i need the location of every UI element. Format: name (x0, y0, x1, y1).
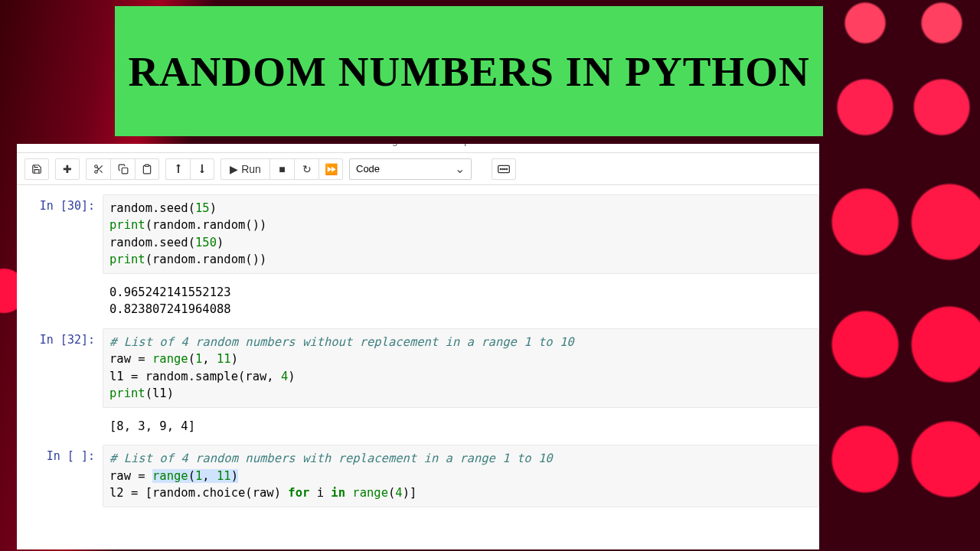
input-prompt: In [32]: (17, 328, 103, 408)
code-cell[interactable]: In [32]: # List of 4 random numbers with… (17, 328, 819, 408)
cells-container: In [30]: random.seed(15) print(random.ra… (17, 185, 819, 517)
menu-insert[interactable]: Insert (189, 144, 214, 146)
command-palette-button[interactable] (492, 158, 516, 180)
insert-cell-below-button[interactable]: ✚ (55, 158, 80, 180)
jupyter-notebook: Edit View Insert Cell Kernel Widgets Hel… (17, 144, 819, 549)
toolbar: ✚ 🠕 🠗 ▶ Run ■ ↻ ⏩ Code (17, 153, 819, 185)
menubar: Edit View Insert Cell Kernel Widgets Hel… (17, 144, 819, 153)
svg-point-6 (502, 168, 503, 169)
page-title: RANDOM NUMBERS IN PYTHON (128, 47, 809, 96)
code-cell[interactable]: In [30]: random.seed(15) print(random.ra… (17, 194, 819, 274)
svg-rect-3 (145, 165, 149, 166)
move-cell-up-button[interactable]: 🠕 (165, 158, 190, 180)
restart-button[interactable]: ↻ (294, 158, 318, 180)
code-input[interactable]: # List of 4 random numbers without repla… (103, 328, 819, 408)
svg-point-8 (506, 168, 507, 169)
menu-help[interactable]: Help (449, 144, 470, 146)
cut-button[interactable] (86, 158, 110, 180)
interrupt-button[interactable]: ■ (270, 158, 294, 180)
svg-point-1 (94, 170, 97, 173)
input-prompt: In [ ]: (17, 445, 103, 507)
svg-point-0 (94, 165, 97, 168)
save-button[interactable] (24, 158, 49, 180)
code-input[interactable]: # List of 4 random numbers with replacem… (103, 445, 819, 507)
title-banner: RANDOM NUMBERS IN PYTHON (115, 6, 823, 136)
menu-cell[interactable]: Cell (253, 144, 270, 146)
menu-widgets[interactable]: Widgets (375, 144, 411, 146)
copy-button[interactable] (110, 158, 135, 180)
play-icon: ▶ (230, 163, 238, 175)
svg-point-7 (505, 168, 505, 169)
menu-edit[interactable]: Edit (74, 144, 91, 146)
code-cell[interactable]: In [ ]: # List of 4 random numbers with … (17, 445, 819, 507)
cell-type-select[interactable]: Code (349, 158, 472, 180)
svg-rect-2 (122, 168, 128, 174)
run-button[interactable]: ▶ Run (220, 158, 270, 180)
paste-button[interactable] (135, 158, 159, 180)
cell-output: 0.965242141552123 0.823807241964088 (103, 279, 819, 324)
menu-view[interactable]: View (129, 144, 151, 146)
move-cell-down-button[interactable]: 🠗 (190, 158, 214, 180)
run-label: Run (241, 163, 261, 175)
input-prompt: In [30]: (17, 194, 103, 274)
cell-output: [8, 3, 9, 4] (103, 412, 819, 440)
menu-kernel[interactable]: Kernel (308, 144, 337, 146)
output-cell: [8, 3, 9, 4] (17, 412, 819, 440)
restart-run-all-button[interactable]: ⏩ (318, 158, 343, 180)
output-cell: 0.965242141552123 0.823807241964088 (17, 279, 819, 324)
cell-type-value: Code (356, 163, 380, 174)
code-input[interactable]: random.seed(15) print(random.random()) r… (103, 194, 819, 274)
svg-point-5 (500, 168, 501, 169)
